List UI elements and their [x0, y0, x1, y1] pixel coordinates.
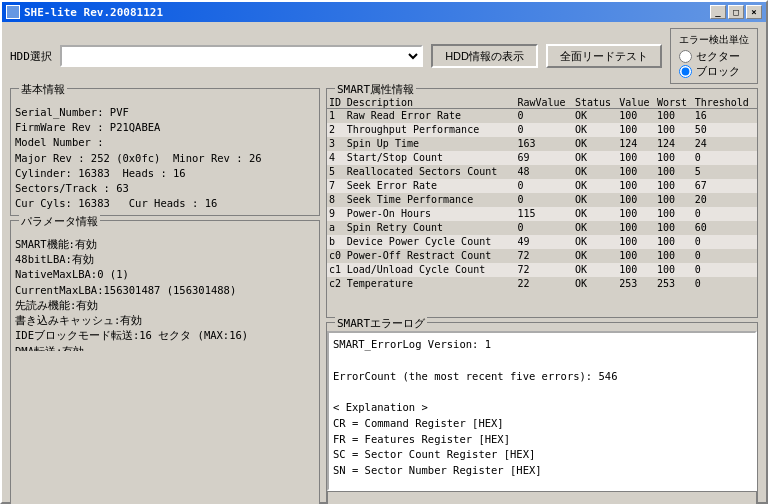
smart-cell-status: OK — [573, 249, 617, 263]
radio-sector[interactable] — [679, 50, 692, 63]
smart-table-row: 7Seek Error Rate0OK10010067 — [327, 179, 757, 193]
basic-line-3: Major Rev : 252 (0x0fc) Minor Rev : 26 — [15, 151, 315, 166]
smart-cell-id: a — [327, 221, 345, 235]
error-unit-box: エラー検出単位 セクター ブロック — [670, 28, 758, 84]
smart-table-row: 5Reallocated Sectors Count48OK1001005 — [327, 165, 757, 179]
maximize-button[interactable]: □ — [728, 5, 744, 19]
hdd-select[interactable] — [60, 45, 423, 67]
smart-cell-id: c0 — [327, 249, 345, 263]
smart-attr-scroll[interactable]: ID Description RawValue Status Value Wor… — [327, 97, 757, 317]
smart-cell-status: OK — [573, 137, 617, 151]
hdd-info-button[interactable]: HDD情報の表示 — [431, 44, 538, 68]
window-body: HDD選択 HDD情報の表示 全面リードテスト エラー検出単位 セクター ブロッ… — [2, 22, 766, 504]
smart-cell-status: OK — [573, 221, 617, 235]
param-line-7: DMA転送:有効 — [15, 344, 315, 351]
param-info-scroll[interactable]: SMART機能:有効 48bitLBA:有効 NativeMaxLBA:0 (1… — [11, 229, 319, 351]
smart-cell-threshold: 5 — [693, 165, 757, 179]
smart-cell-threshold: 67 — [693, 179, 757, 193]
basic-line-4: Cylinder: 16383 Heads : 16 — [15, 166, 315, 181]
basic-info-title: 基本情報 — [19, 82, 67, 97]
smart-cell-worst: 100 — [655, 179, 693, 193]
smart-cell-value: 100 — [617, 179, 655, 193]
smart-cell-threshold: 0 — [693, 249, 757, 263]
smart-cell-desc: Spin Retry Count — [345, 221, 516, 235]
hdd-label: HDD選択 — [10, 49, 52, 64]
smart-cell-value: 100 — [617, 123, 655, 137]
radio-block-label: ブロック — [696, 64, 740, 79]
smart-cell-worst: 100 — [655, 221, 693, 235]
close-button[interactable]: × — [746, 5, 762, 19]
smart-cell-desc: Start/Stop Count — [345, 151, 516, 165]
app-icon — [6, 5, 20, 19]
smart-cell-raw: 48 — [515, 165, 573, 179]
basic-line-6: Cur Cyls: 16383 Cur Heads : 16 — [15, 196, 315, 211]
smart-cell-worst: 100 — [655, 263, 693, 277]
error-log-line-3 — [333, 384, 751, 400]
smart-cell-id: 7 — [327, 179, 345, 193]
minimize-button[interactable]: _ — [710, 5, 726, 19]
smart-cell-worst: 100 — [655, 235, 693, 249]
smart-cell-value: 100 — [617, 235, 655, 249]
smart-cell-desc: Reallocated Sectors Count — [345, 165, 516, 179]
smart-cell-desc: Seek Time Performance — [345, 193, 516, 207]
param-line-4: 先読み機能:有効 — [15, 298, 315, 313]
smart-cell-threshold: 20 — [693, 193, 757, 207]
smart-cell-worst: 100 — [655, 249, 693, 263]
param-line-5: 書き込みキャッシュ:有効 — [15, 313, 315, 328]
smart-cell-status: OK — [573, 193, 617, 207]
smart-cell-threshold: 0 — [693, 151, 757, 165]
smart-cell-raw: 115 — [515, 207, 573, 221]
smart-cell-desc: Throughput Performance — [345, 123, 516, 137]
smart-cell-worst: 124 — [655, 137, 693, 151]
smart-cell-threshold: 0 — [693, 207, 757, 221]
smart-cell-value: 100 — [617, 109, 655, 124]
full-read-test-button[interactable]: 全面リードテスト — [546, 44, 662, 68]
smart-cell-id: 5 — [327, 165, 345, 179]
param-line-6: IDEブロックモード転送:16 セクタ (MAX:16) — [15, 328, 315, 343]
title-bar-left: SHE-lite Rev.20081121 — [6, 5, 163, 19]
param-info-content: SMART機能:有効 48bitLBA:有効 NativeMaxLBA:0 (1… — [11, 229, 319, 351]
error-log-line-1 — [333, 353, 751, 369]
error-log-line-2: ErrorCount (the most recent five errors)… — [333, 369, 751, 385]
radio-sector-label: セクター — [696, 49, 740, 64]
radio-block[interactable] — [679, 65, 692, 78]
error-unit-title: エラー検出単位 — [679, 33, 749, 47]
smart-cell-raw: 0 — [515, 109, 573, 124]
smart-table: ID Description RawValue Status Value Wor… — [327, 97, 757, 291]
smart-cell-status: OK — [573, 179, 617, 193]
main-content: 基本情報 Serial_Number: PVF FirmWare Rev : P… — [10, 88, 758, 504]
smart-cell-threshold: 16 — [693, 109, 757, 124]
error-log-hscrollbar[interactable] — [327, 491, 757, 504]
smart-cell-raw: 72 — [515, 263, 573, 277]
col-worst: Worst — [655, 97, 693, 109]
smart-table-row: c1Load/Unload Cycle Count72OK1001000 — [327, 263, 757, 277]
smart-error-log-title: SMARTエラーログ — [335, 316, 427, 331]
smart-cell-threshold: 50 — [693, 123, 757, 137]
smart-attr-group: SMART属性情報 ID Description RawValue Status… — [326, 88, 758, 318]
smart-cell-raw: 22 — [515, 277, 573, 291]
smart-cell-raw: 0 — [515, 221, 573, 235]
smart-cell-threshold: 0 — [693, 263, 757, 277]
param-info-group: パラメータ情報 SMART機能:有効 48bitLBA:有効 NativeMax… — [10, 220, 320, 504]
smart-table-row: 1Raw Read Error Rate0OK10010016 — [327, 109, 757, 124]
smart-cell-raw: 72 — [515, 249, 573, 263]
smart-cell-worst: 253 — [655, 277, 693, 291]
smart-table-row: 9Power-On Hours115OK1001000 — [327, 207, 757, 221]
col-desc: Description — [345, 97, 516, 109]
basic-info-scroll[interactable]: Serial_Number: PVF FirmWare Rev : P21QAB… — [11, 97, 319, 215]
error-log-line-6: FR = Features Register [HEX] — [333, 432, 751, 448]
smart-cell-value: 100 — [617, 165, 655, 179]
smart-cell-value: 100 — [617, 207, 655, 221]
smart-error-log-content[interactable]: SMART_ErrorLog Version: 1 ErrorCount (th… — [327, 331, 757, 491]
smart-cell-threshold: 0 — [693, 277, 757, 291]
smart-cell-desc: Seek Error Rate — [345, 179, 516, 193]
smart-cell-value: 100 — [617, 263, 655, 277]
smart-cell-value: 124 — [617, 137, 655, 151]
smart-cell-desc: Power-On Hours — [345, 207, 516, 221]
smart-cell-status: OK — [573, 207, 617, 221]
smart-cell-desc: Power-Off Restract Count — [345, 249, 516, 263]
smart-table-row: 4Start/Stop Count69OK1001000 — [327, 151, 757, 165]
smart-table-row: 2Throughput Performance0OK10010050 — [327, 123, 757, 137]
smart-cell-id: c2 — [327, 277, 345, 291]
smart-cell-desc: Device Power Cycle Count — [345, 235, 516, 249]
